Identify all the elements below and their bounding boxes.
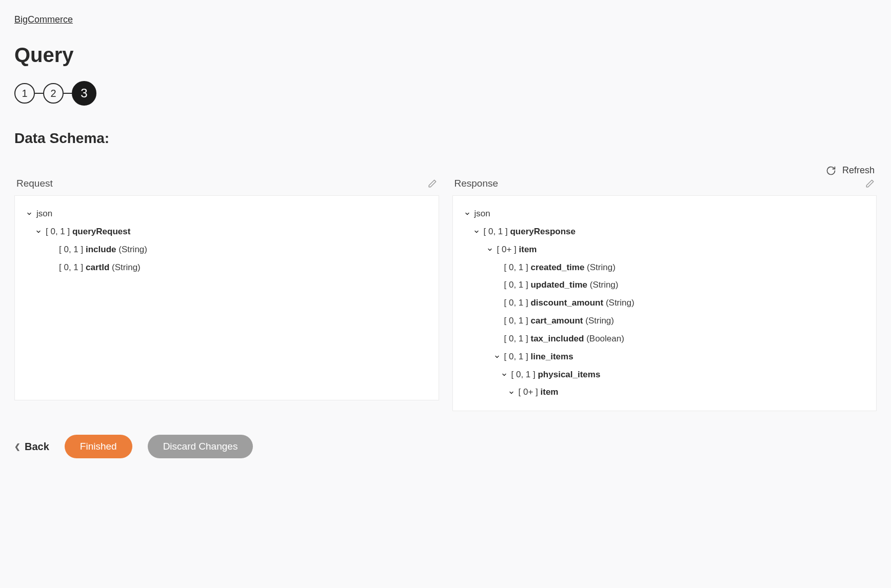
tree-row[interactable]: [ 0+ ] item <box>463 241 866 259</box>
refresh-label: Refresh <box>842 165 875 176</box>
section-title: Data Schema: <box>14 130 877 147</box>
tree-row[interactable]: [ 0+ ] item <box>463 383 866 401</box>
finished-button[interactable]: Finished <box>65 435 132 458</box>
tree-node-label: [ 0, 1 ] created_time (String) <box>504 259 616 277</box>
tree-node-label: [ 0+ ] item <box>519 383 559 401</box>
request-panel: json[ 0, 1 ] queryRequest[ 0, 1 ] includ… <box>14 195 439 400</box>
tree-node-label: [ 0, 1 ] cart_amount (String) <box>504 312 614 330</box>
tree-row[interactable]: [ 0, 1 ] physical_items <box>463 366 866 384</box>
chevron-down-icon[interactable] <box>34 229 43 235</box>
chevron-down-icon[interactable] <box>507 390 516 396</box>
step-connector <box>64 93 72 94</box>
tree-node-label: json <box>474 205 490 223</box>
refresh-button[interactable]: Refresh <box>826 165 875 176</box>
tree-row[interactable]: json <box>25 205 428 223</box>
tree-row[interactable]: [ 0, 1 ] include (String) <box>25 241 428 259</box>
chevron-down-icon[interactable] <box>486 247 494 253</box>
chevron-down-icon[interactable] <box>472 229 481 235</box>
footer: ❮ Back Finished Discard Changes <box>14 435 877 458</box>
response-column: Response json[ 0, 1 ] queryResponse[ 0+ … <box>452 178 877 411</box>
tree-row[interactable]: [ 0, 1 ] created_time (String) <box>463 259 866 277</box>
tree-row[interactable]: [ 0, 1 ] line_items <box>463 348 866 366</box>
pencil-icon[interactable] <box>428 179 437 188</box>
request-label: Request <box>16 178 53 189</box>
tree-node-label: json <box>36 205 52 223</box>
tree-row[interactable]: [ 0, 1 ] discount_amount (String) <box>463 294 866 312</box>
pencil-icon[interactable] <box>865 179 875 188</box>
stepper: 1 2 3 <box>14 81 877 106</box>
tree-node-label: [ 0, 1 ] tax_included (Boolean) <box>504 330 624 348</box>
tree-node-label: [ 0, 1 ] discount_amount (String) <box>504 294 635 312</box>
tree-node-label: [ 0, 1 ] updated_time (String) <box>504 276 619 294</box>
tree-row[interactable]: [ 0, 1 ] cartId (String) <box>25 259 428 277</box>
chevron-down-icon[interactable] <box>463 211 471 217</box>
tree-row[interactable]: [ 0, 1 ] queryResponse <box>463 223 866 241</box>
chevron-down-icon[interactable] <box>25 211 33 217</box>
tree-row[interactable]: json <box>463 205 866 223</box>
chevron-left-icon: ❮ <box>14 442 21 451</box>
step-connector <box>35 93 43 94</box>
back-label: Back <box>25 441 49 453</box>
tree-node-label: [ 0, 1 ] queryRequest <box>46 223 130 241</box>
request-column: Request json[ 0, 1 ] queryRequest[ 0, 1 … <box>14 178 439 411</box>
page-title: Query <box>14 44 877 67</box>
step-1[interactable]: 1 <box>14 83 35 104</box>
refresh-icon <box>826 166 836 176</box>
tree-node-label: [ 0, 1 ] cartId (String) <box>59 259 141 277</box>
tree-row[interactable]: [ 0, 1 ] updated_time (String) <box>463 276 866 294</box>
tree-node-label: [ 0, 1 ] include (String) <box>59 241 147 259</box>
response-label: Response <box>454 178 499 189</box>
breadcrumb-link[interactable]: BigCommerce <box>14 14 73 25</box>
tree-row[interactable]: [ 0, 1 ] cart_amount (String) <box>463 312 866 330</box>
chevron-down-icon[interactable] <box>500 372 508 378</box>
tree-node-label: [ 0, 1 ] queryResponse <box>484 223 576 241</box>
tree-node-label: [ 0, 1 ] physical_items <box>511 366 601 384</box>
tree-row[interactable]: [ 0, 1 ] queryRequest <box>25 223 428 241</box>
tree-row[interactable]: [ 0, 1 ] tax_included (Boolean) <box>463 330 866 348</box>
discard-button[interactable]: Discard Changes <box>148 435 253 458</box>
chevron-down-icon[interactable] <box>493 354 501 360</box>
tree-node-label: [ 0, 1 ] line_items <box>504 348 573 366</box>
step-3[interactable]: 3 <box>72 81 96 106</box>
tree-node-label: [ 0+ ] item <box>497 241 537 259</box>
step-2[interactable]: 2 <box>43 83 64 104</box>
response-panel: json[ 0, 1 ] queryResponse[ 0+ ] item[ 0… <box>452 195 877 411</box>
back-button[interactable]: ❮ Back <box>14 441 49 453</box>
